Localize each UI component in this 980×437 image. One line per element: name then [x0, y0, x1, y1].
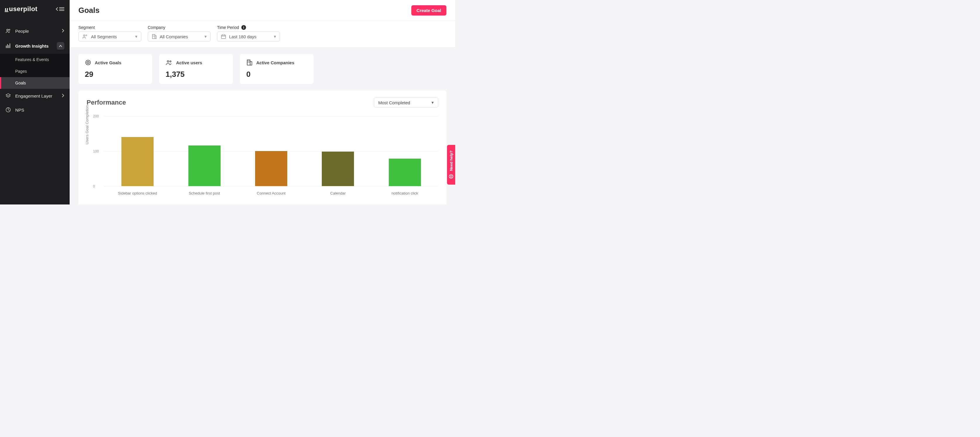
svg-rect-13 — [247, 60, 250, 65]
chart-bar — [389, 158, 421, 186]
target-icon — [85, 59, 91, 66]
main: Goals Create Goal Segment All Segments ▾… — [70, 0, 455, 204]
page-title: Goals — [78, 6, 99, 15]
help-label: Need help? — [449, 150, 453, 171]
sidebar-item-label: Engagement Layer — [15, 93, 52, 98]
people-icon — [5, 28, 11, 34]
sidebar: uuserpilot People Growth Insights Featur… — [0, 0, 70, 204]
users-icon — [165, 59, 173, 66]
bar-chart-icon — [5, 43, 11, 49]
chart-bar — [322, 152, 354, 186]
filter-label-segment: Segment — [78, 25, 141, 30]
create-goal-button[interactable]: Create Goal — [411, 5, 446, 16]
company-select[interactable]: All Companies ▾ — [148, 32, 211, 41]
chevron-right-icon — [62, 93, 64, 98]
chevron-up-icon — [57, 42, 64, 50]
building-icon — [151, 34, 157, 39]
filter-label-company: Company — [148, 25, 211, 30]
segment-select[interactable]: All Segments ▾ — [78, 32, 141, 41]
kpi-label: Active users — [176, 60, 202, 65]
chevron-left-icon — [56, 7, 59, 11]
sidebar-item-nps[interactable]: NPS — [0, 103, 70, 117]
chart-x-label: Connect Account — [238, 191, 304, 195]
svg-rect-14 — [250, 62, 252, 65]
sidebar-item-engagement-layer[interactable]: Engagement Layer — [0, 89, 70, 103]
help-tab[interactable]: Need help? — [447, 145, 455, 185]
performance-chart: Users Goal Completion 200 100 0 Sidebar … — [87, 116, 438, 204]
y-tick: 0 — [93, 184, 95, 188]
kpi-label: Active Goals — [95, 60, 121, 65]
kpi-value: 29 — [85, 70, 146, 79]
caret-down-icon: ▾ — [431, 100, 434, 105]
period-value: Last 180 days — [229, 34, 256, 39]
layers-icon — [5, 93, 11, 99]
svg-point-16 — [450, 176, 452, 177]
sidebar-item-growth-insights[interactable]: Growth Insights — [0, 38, 70, 54]
logo: uuserpilot — [5, 5, 37, 13]
y-tick: 200 — [93, 114, 99, 118]
svg-point-1 — [9, 29, 10, 30]
svg-rect-7 — [221, 35, 226, 39]
chart-x-label: Schedule first post — [171, 191, 237, 195]
performance-title: Performance — [87, 99, 126, 106]
sidebar-subitem-goals[interactable]: Goals — [0, 77, 70, 89]
segment-value: All Segments — [91, 34, 117, 39]
period-select[interactable]: Last 180 days ▾ — [217, 32, 280, 41]
kpi-active-goals: Active Goals 29 — [78, 54, 152, 84]
caret-down-icon: ▾ — [204, 34, 207, 39]
svg-point-11 — [167, 61, 169, 63]
kpi-row: Active Goals 29 Active users 1,375 Activ… — [78, 54, 446, 84]
svg-point-4 — [86, 35, 87, 36]
chart-x-label: Sidebar options clicked — [104, 191, 171, 195]
svg-point-0 — [7, 29, 8, 31]
kpi-value: 0 — [246, 70, 307, 79]
performance-panel: Performance Most Completed ▾ Users Goal … — [78, 90, 446, 204]
svg-rect-6 — [155, 36, 156, 38]
kpi-label: Active Companies — [256, 60, 294, 65]
svg-point-12 — [170, 61, 171, 62]
svg-point-10 — [88, 62, 89, 63]
sidebar-item-label: NPS — [15, 108, 24, 112]
lifebuoy-icon — [449, 174, 454, 179]
kpi-active-users: Active users 1,375 — [159, 54, 233, 84]
svg-point-3 — [83, 35, 85, 36]
page-header: Goals Create Goal — [70, 0, 455, 21]
sidebar-item-people[interactable]: People — [0, 24, 70, 38]
menu-icon — [59, 7, 64, 11]
chart-bar — [188, 146, 221, 186]
chart-bar — [121, 137, 154, 186]
svg-rect-5 — [153, 35, 155, 38]
sidebar-item-label: People — [15, 28, 29, 33]
sidebar-subitem-features-events[interactable]: Features & Events — [0, 54, 70, 65]
performance-sort-select[interactable]: Most Completed ▾ — [374, 98, 438, 108]
filter-bar: Segment All Segments ▾ Company All Compa… — [70, 21, 455, 48]
kpi-active-companies: Active Companies 0 — [240, 54, 313, 84]
sort-value: Most Completed — [378, 100, 410, 105]
y-tick: 100 — [93, 149, 99, 154]
chevron-right-icon — [62, 28, 64, 33]
company-value: All Companies — [160, 34, 188, 39]
filter-label-period: Time Period i — [217, 25, 280, 30]
building-icon — [246, 59, 253, 66]
chart-y-axis-label: Users Goal Completion — [85, 105, 89, 144]
info-icon[interactable]: i — [241, 25, 246, 30]
people-icon — [82, 34, 88, 39]
kpi-value: 1,375 — [165, 70, 226, 79]
gauge-icon — [5, 107, 11, 113]
sidebar-item-label: Growth Insights — [15, 44, 49, 49]
chart-bar — [255, 151, 287, 186]
caret-down-icon: ▾ — [135, 34, 137, 39]
calendar-icon — [221, 34, 226, 39]
sidebar-subitem-pages[interactable]: Pages — [0, 65, 70, 77]
sidebar-collapse-button[interactable] — [56, 7, 64, 11]
chart-x-label: notification click — [372, 191, 438, 195]
caret-down-icon: ▾ — [274, 34, 276, 39]
chart-x-label: Calendar — [304, 191, 371, 195]
